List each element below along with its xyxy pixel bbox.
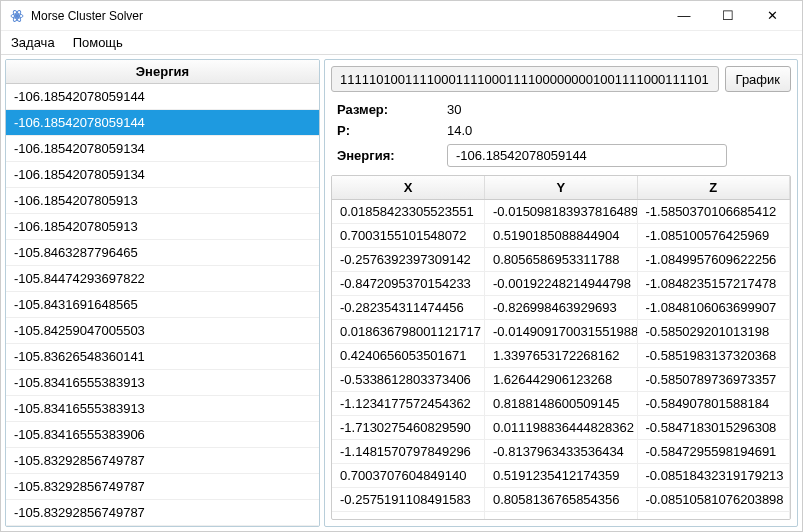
cell-x: 0.01858423305523551 xyxy=(332,200,485,224)
col-z[interactable]: Z xyxy=(637,176,790,200)
energy-list-item[interactable]: -106.18542078059134 xyxy=(6,136,319,162)
cell-z: -0.5847183015296308 xyxy=(637,416,790,440)
energy-list-item[interactable]: -105.84474293697822 xyxy=(6,266,319,292)
menu-task[interactable]: Задача xyxy=(11,35,55,50)
energy-list-item[interactable]: -105.83416555383906 xyxy=(6,422,319,448)
size-value: 30 xyxy=(447,102,785,117)
energy-input[interactable] xyxy=(447,144,727,167)
table-row[interactable]: -0.25763923973091420.8056586953311788-1.… xyxy=(332,248,790,272)
cell-x: 0.7003155101548072 xyxy=(332,224,485,248)
table-row[interactable]: -0.8470054798059428-0.0020123394804395-0… xyxy=(332,512,790,521)
menubar: Задача Помощь xyxy=(1,31,802,55)
cell-x: -0.282354311474456 xyxy=(332,296,485,320)
cell-x: -0.2575191108491583 xyxy=(332,488,485,512)
cell-y: -0.00192248214944798 xyxy=(485,272,638,296)
cell-x: 0.4240656053501671 xyxy=(332,344,485,368)
main-panel: 1111101001111000111100011110000000010011… xyxy=(324,59,798,527)
energy-list-item[interactable]: -105.83626548360141 xyxy=(6,344,319,370)
energy-list-item[interactable]: -106.18542078059144 xyxy=(6,110,319,136)
energy-list-item[interactable]: -105.83292856749787 xyxy=(6,500,319,526)
table-row[interactable]: -1.1481570797849296-0.8137963433536434-0… xyxy=(332,440,790,464)
table-row[interactable]: -0.8472095370154233-0.00192248214944798-… xyxy=(332,272,790,296)
cell-z: -0.08518432319179213 xyxy=(637,464,790,488)
cell-y: 0.8056586953311788 xyxy=(485,248,638,272)
table-row[interactable]: -0.282354311474456-0.826998463929693-1.0… xyxy=(332,296,790,320)
menu-help[interactable]: Помощь xyxy=(73,35,123,50)
sidebar: Энергия -106.18542078059144-106.18542078… xyxy=(5,59,320,527)
cell-z: -1.0848235157217478 xyxy=(637,272,790,296)
cell-x: -1.1234177572454362 xyxy=(332,392,485,416)
table-row[interactable]: 0.70031551015480720.5190185088844904-1.0… xyxy=(332,224,790,248)
p-label: P: xyxy=(337,123,447,138)
cell-z: -0.5847295598194691 xyxy=(637,440,790,464)
cell-x: -0.8470054798059428 xyxy=(332,512,485,521)
cell-y: -0.8137963433536434 xyxy=(485,440,638,464)
cell-y: 0.5190185088844904 xyxy=(485,224,638,248)
content: Энергия -106.18542078059144-106.18542078… xyxy=(1,55,802,531)
table-row[interactable]: -1.12341775724543620.8188148600509145-0.… xyxy=(332,392,790,416)
cell-z: -0.08510581076203898 xyxy=(637,488,790,512)
energy-list-item[interactable]: -106.1854207805913 xyxy=(6,214,319,240)
cell-x: -0.2576392397309142 xyxy=(332,248,485,272)
cell-x: -1.1481570797849296 xyxy=(332,440,485,464)
app-icon xyxy=(9,8,25,24)
energy-list-item[interactable]: -105.84259047005503 xyxy=(6,318,319,344)
cell-y: -0.015098183937816489 xyxy=(485,200,638,224)
info-block: Размер: 30 P: 14.0 Энергия: xyxy=(331,98,791,169)
table-row[interactable]: -0.53386128033734061.626442906123268-0.5… xyxy=(332,368,790,392)
maximize-button[interactable]: ☐ xyxy=(706,1,750,31)
col-y[interactable]: Y xyxy=(485,176,638,200)
cell-x: -0.8472095370154233 xyxy=(332,272,485,296)
energy-value-cell xyxy=(447,144,785,167)
table-row[interactable]: -0.25751911084915830.8058136765854356-0.… xyxy=(332,488,790,512)
cell-z: -1.0848106063699907 xyxy=(637,296,790,320)
table-row[interactable]: 0.018636798001121717-0.01490917003155198… xyxy=(332,320,790,344)
energy-list[interactable]: -106.18542078059144-106.18542078059144-1… xyxy=(6,84,319,526)
window-title: Morse Cluster Solver xyxy=(31,9,662,23)
window-controls: — ☐ ✕ xyxy=(662,1,794,31)
table-row[interactable]: 0.42406560535016711.3397653172268162-0.5… xyxy=(332,344,790,368)
energy-list-item[interactable]: -106.18542078059134 xyxy=(6,162,319,188)
energy-list-item[interactable]: -105.83292856749787 xyxy=(6,448,319,474)
energy-list-item[interactable]: -106.18542078059144 xyxy=(6,84,319,110)
cell-y: 1.626442906123268 xyxy=(485,368,638,392)
cell-x: 0.7003707604849140 xyxy=(332,464,485,488)
cell-x: -0.5338612803373406 xyxy=(332,368,485,392)
cell-y: -0.826998463929693 xyxy=(485,296,638,320)
energy-label: Энергия: xyxy=(337,148,447,163)
cell-z: -1.5850370106685412 xyxy=(637,200,790,224)
cell-z: -0.08510581076164614 xyxy=(637,512,790,521)
minimize-button[interactable]: — xyxy=(662,1,706,31)
cell-y: 1.3397653172268162 xyxy=(485,344,638,368)
coord-table: X Y Z 0.01858423305523551-0.015098183937… xyxy=(332,176,790,520)
bitstring-field[interactable]: 1111101001111000111100011110000000010011… xyxy=(331,66,719,92)
top-row: 1111101001111000111100011110000000010011… xyxy=(331,66,791,92)
energy-list-item[interactable]: -106.1854207805913 xyxy=(6,188,319,214)
energy-list-item[interactable]: -105.8431691648565 xyxy=(6,292,319,318)
col-x[interactable]: X xyxy=(332,176,485,200)
size-label: Размер: xyxy=(337,102,447,117)
cell-y: 0.8058136765854356 xyxy=(485,488,638,512)
energy-list-item[interactable]: -105.83416555383913 xyxy=(6,396,319,422)
titlebar: Morse Cluster Solver — ☐ ✕ xyxy=(1,1,802,31)
cell-y: 0.5191235412174359 xyxy=(485,464,638,488)
table-row[interactable]: -1.71302754608295900.011198836444828362-… xyxy=(332,416,790,440)
table-row[interactable]: 0.70037076048491400.5191235412174359-0.0… xyxy=(332,464,790,488)
cell-z: -0.584907801588184 xyxy=(637,392,790,416)
table-row[interactable]: 0.01858423305523551-0.015098183937816489… xyxy=(332,200,790,224)
close-button[interactable]: ✕ xyxy=(750,1,794,31)
cell-y: -0.014909170031551988 xyxy=(485,320,638,344)
energy-list-item[interactable]: -105.83416555383913 xyxy=(6,370,319,396)
coord-grid[interactable]: X Y Z 0.01858423305523551-0.015098183937… xyxy=(331,175,791,520)
cell-x: -1.7130275460829590 xyxy=(332,416,485,440)
cell-y: -0.0020123394804395 xyxy=(485,512,638,521)
cell-z: -0.585029201013198 xyxy=(637,320,790,344)
cell-z: -1.085100576425969 xyxy=(637,224,790,248)
p-value: 14.0 xyxy=(447,123,785,138)
energy-list-item[interactable]: -105.83292856749787 xyxy=(6,474,319,500)
cell-x: 0.018636798001121717 xyxy=(332,320,485,344)
sidebar-header: Энергия xyxy=(6,60,319,84)
cell-y: 0.011198836444828362 xyxy=(485,416,638,440)
energy-list-item[interactable]: -105.8463287796465 xyxy=(6,240,319,266)
graph-button[interactable]: График xyxy=(725,66,791,92)
